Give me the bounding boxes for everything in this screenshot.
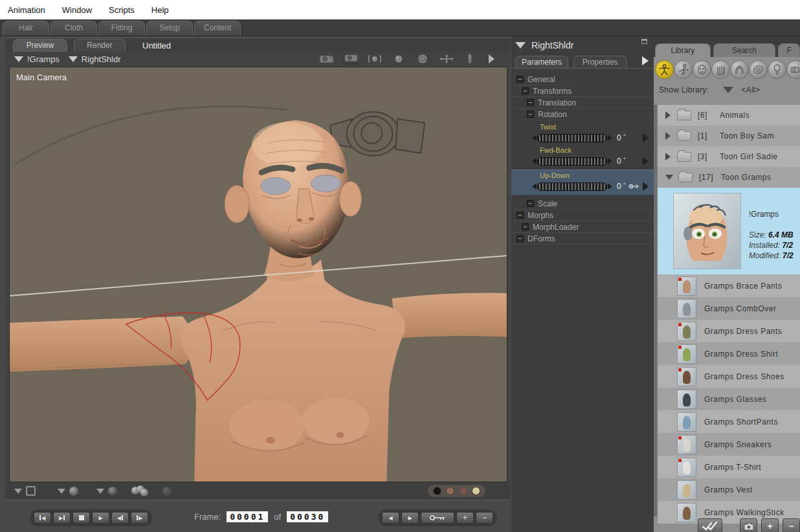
- library-item[interactable]: Gramps Dress Pants: [658, 320, 800, 342]
- tab-setup[interactable]: Setup: [146, 21, 193, 36]
- hands-category-icon[interactable]: [711, 60, 730, 79]
- library-item[interactable]: Gramps CombOver: [658, 297, 800, 320]
- view-pane-selector[interactable]: [14, 486, 36, 496]
- expressions-category-icon[interactable]: [693, 60, 711, 79]
- add-folder-button[interactable]: [740, 518, 757, 532]
- shadow-color-swatch[interactable]: [459, 487, 467, 495]
- tab-preview[interactable]: Preview: [13, 39, 67, 52]
- menu-animation[interactable]: Animation: [8, 5, 45, 15]
- collapse-icon[interactable]: −: [517, 76, 524, 83]
- collapse-icon[interactable]: −: [522, 223, 529, 230]
- figure-selector[interactable]: !Gramps: [27, 54, 60, 64]
- folder-toon-boy-sam[interactable]: [1]Toon Boy Sam: [658, 126, 800, 146]
- trackball-icon[interactable]: [414, 53, 431, 65]
- expand-icon[interactable]: [665, 111, 671, 119]
- tab-search[interactable]: Search: [713, 43, 776, 57]
- library-item[interactable]: Gramps Dress Shoes: [658, 365, 800, 388]
- tools-expand-icon[interactable]: [489, 54, 494, 63]
- cameras-category-icon[interactable]: [786, 60, 800, 79]
- first-frame-button[interactable]: ◀: [34, 512, 51, 524]
- fwd-back-dial[interactable]: [537, 157, 607, 166]
- poses-category-icon[interactable]: [674, 60, 693, 79]
- tab-render[interactable]: Render: [74, 39, 126, 52]
- foreground-color-swatch[interactable]: [446, 487, 454, 495]
- group-transforms[interactable]: −Transforms: [511, 85, 654, 97]
- tab-overflow-icon[interactable]: [642, 56, 649, 65]
- keyframe-icon[interactable]: [628, 181, 639, 192]
- tab-content[interactable]: Content: [194, 21, 241, 36]
- play-button[interactable]: ▶: [92, 512, 109, 524]
- selected-library-item[interactable]: !Gramps Size: 6.4 MB Installed: 7/2 Modi…: [658, 188, 800, 274]
- ground-color-swatch[interactable]: [472, 487, 480, 495]
- panel-actor-dropdown-icon[interactable]: [515, 42, 526, 49]
- group-dforms[interactable]: −DForms: [511, 233, 654, 245]
- camera-name-label[interactable]: Main Camera: [16, 72, 67, 82]
- expand-icon[interactable]: [665, 132, 671, 140]
- library-item[interactable]: Gramps Brace Pants: [658, 274, 800, 297]
- dial-decrement-icon[interactable]: [532, 158, 537, 164]
- tab-hair[interactable]: Hair: [3, 21, 49, 36]
- library-item[interactable]: Gramps Dress Shirt: [658, 342, 800, 365]
- figures-category-icon[interactable]: [655, 60, 674, 79]
- step-forward-button[interactable]: ▶: [131, 512, 148, 524]
- document-style-selector[interactable]: [58, 487, 78, 496]
- collapse-icon[interactable]: −: [517, 212, 524, 219]
- tab-properties[interactable]: Properties: [573, 56, 627, 68]
- collapse-icon[interactable]: −: [527, 200, 534, 207]
- tab-parameters[interactable]: Parameters: [515, 56, 568, 68]
- edit-keyframes-button[interactable]: [421, 512, 454, 524]
- library-item[interactable]: Gramps Glasses: [658, 388, 800, 410]
- dial-menu-icon[interactable]: [643, 182, 649, 191]
- background-color-swatch[interactable]: [433, 487, 441, 495]
- next-key-button[interactable]: ▶: [401, 512, 419, 524]
- total-frames-field[interactable]: 00030: [286, 511, 329, 523]
- group-general[interactable]: −General: [511, 74, 654, 85]
- group-translation[interactable]: −Translation: [511, 97, 654, 109]
- show-library-value[interactable]: <All>: [741, 85, 760, 94]
- folder-toon-gramps[interactable]: [17]Toon Gramps: [658, 167, 800, 188]
- lights-category-icon[interactable]: [768, 60, 786, 79]
- props-category-icon[interactable]: [749, 60, 768, 79]
- current-frame-field[interactable]: 00001: [226, 511, 269, 523]
- library-item[interactable]: Gramps T-Shirt: [658, 456, 800, 478]
- panel-window-icon[interactable]: [641, 39, 647, 44]
- menu-help[interactable]: Help: [151, 5, 169, 15]
- face-camera-icon[interactable]: [318, 53, 335, 65]
- collapse-icon[interactable]: −: [527, 111, 534, 118]
- collapse-icon[interactable]: −: [517, 235, 524, 242]
- menu-scripts[interactable]: Scripts: [109, 5, 135, 15]
- collapse-icon[interactable]: −: [522, 87, 529, 94]
- tab-favorites-partial[interactable]: F: [778, 43, 800, 57]
- stop-button[interactable]: [72, 512, 90, 524]
- group-rotation[interactable]: −Rotation: [511, 109, 654, 120]
- dial-increment-icon[interactable]: [608, 158, 612, 164]
- dial-decrement-icon[interactable]: [532, 135, 537, 141]
- prev-key-button[interactable]: ◀: [382, 512, 399, 524]
- tab-cloth[interactable]: Cloth: [50, 21, 97, 36]
- viewport[interactable]: Main Camera: [9, 67, 507, 482]
- step-back-button[interactable]: ◀: [111, 512, 129, 524]
- dial-increment-icon[interactable]: [608, 183, 612, 190]
- dial-menu-icon[interactable]: [643, 133, 649, 142]
- last-frame-button[interactable]: ▶: [53, 512, 71, 524]
- dolly-ball-icon[interactable]: [390, 53, 407, 65]
- select-camera-icon[interactable]: [342, 53, 359, 65]
- figure-style-selector[interactable]: [96, 487, 117, 496]
- library-item[interactable]: Gramps ShortPants: [658, 410, 800, 433]
- add-to-library-button[interactable]: +: [761, 518, 779, 532]
- orbit-camera-icon[interactable]: [366, 53, 383, 65]
- tab-fitting[interactable]: Fitting: [98, 21, 145, 36]
- move-tool-icon[interactable]: [438, 53, 455, 65]
- remove-from-library-button[interactable]: −: [783, 518, 800, 532]
- show-library-dropdown-icon[interactable]: [723, 87, 733, 93]
- dial-increment-icon[interactable]: [608, 135, 612, 141]
- dial-decrement-icon[interactable]: [532, 183, 537, 190]
- flashlight-tool-icon[interactable]: [462, 53, 479, 65]
- folder-toon-girl-sadie[interactable]: [3]Toon Girl Sadie: [658, 146, 800, 167]
- expand-icon[interactable]: [665, 153, 671, 161]
- up-down-dial[interactable]: [537, 183, 607, 191]
- library-item[interactable]: Gramps Sneakers: [658, 433, 800, 456]
- collapse-icon[interactable]: −: [527, 99, 534, 106]
- collapse-icon[interactable]: [665, 175, 673, 180]
- delete-keyframe-button[interactable]: −: [476, 512, 493, 524]
